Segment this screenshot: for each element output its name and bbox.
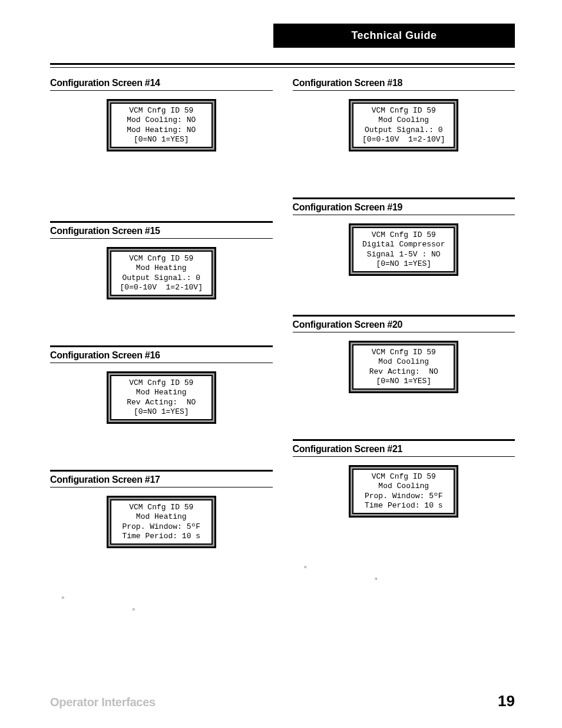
page-footer: Operator Interfaces 19	[50, 692, 515, 710]
spacer	[293, 162, 515, 197]
stray-marks-right: º º	[293, 565, 515, 582]
section-title-19: Configuration Screen #19	[293, 200, 515, 215]
top-double-rule	[50, 63, 515, 68]
degree-mark: º	[62, 595, 64, 602]
degree-mark: º	[375, 577, 378, 583]
rule	[293, 315, 515, 317]
rule	[50, 345, 273, 347]
section-title-20: Configuration Screen #20	[293, 318, 515, 332]
degree-mark: º	[305, 565, 307, 571]
header-title-bar: Technical Guide	[273, 24, 515, 48]
footer-section-label: Operator Interfaces	[50, 696, 156, 709]
degree-mark: º	[133, 607, 135, 614]
stray-marks-left: º º	[50, 595, 273, 613]
rule	[50, 221, 273, 223]
lcd-screen-18: VCM Cnfg ID 59 Mod Cooling Output Signal…	[349, 99, 458, 151]
spacer	[293, 404, 515, 439]
spacer	[293, 286, 515, 315]
lcd-screen-16: VCM Cnfg ID 59 Mod Heating Rev Acting: N…	[107, 371, 216, 424]
section-title-18: Configuration Screen #18	[293, 76, 515, 91]
spacer	[50, 434, 273, 470]
section-title-14: Configuration Screen #14	[50, 76, 273, 91]
right-column: Configuration Screen #18 VCM Cnfg ID 59 …	[293, 76, 515, 613]
lcd-screen-14: VCM Cnfg ID 59 Mod Cooling: NO Mod Heati…	[107, 99, 216, 151]
footer-page-number: 19	[498, 692, 515, 710]
spacer	[50, 310, 273, 345]
section-title-17: Configuration Screen #17	[50, 473, 273, 487]
rule	[50, 470, 273, 472]
rule	[293, 197, 515, 199]
rule	[293, 439, 515, 441]
columns: Configuration Screen #14 VCM Cnfg ID 59 …	[50, 76, 515, 613]
section-title-21: Configuration Screen #21	[293, 442, 515, 457]
spacer	[50, 162, 273, 221]
header-title: Technical Guide	[351, 29, 437, 41]
left-column: Configuration Screen #14 VCM Cnfg ID 59 …	[50, 76, 273, 613]
lcd-screen-21: VCM Cnfg ID 59 Mod Cooling Prop. Window:…	[349, 465, 458, 518]
section-title-16: Configuration Screen #16	[50, 348, 273, 363]
lcd-screen-19: VCM Cnfg ID 59 Digital Compressor Signal…	[349, 223, 458, 276]
lcd-screen-17: VCM Cnfg ID 59 Mod Heating Prop. Window:…	[107, 496, 216, 548]
lcd-screen-20: VCM Cnfg ID 59 Mod Cooling Rev Acting: N…	[349, 341, 458, 393]
section-title-15: Configuration Screen #15	[50, 224, 273, 239]
lcd-screen-15: VCM Cnfg ID 59 Mod Heating Output Signal…	[107, 247, 216, 299]
